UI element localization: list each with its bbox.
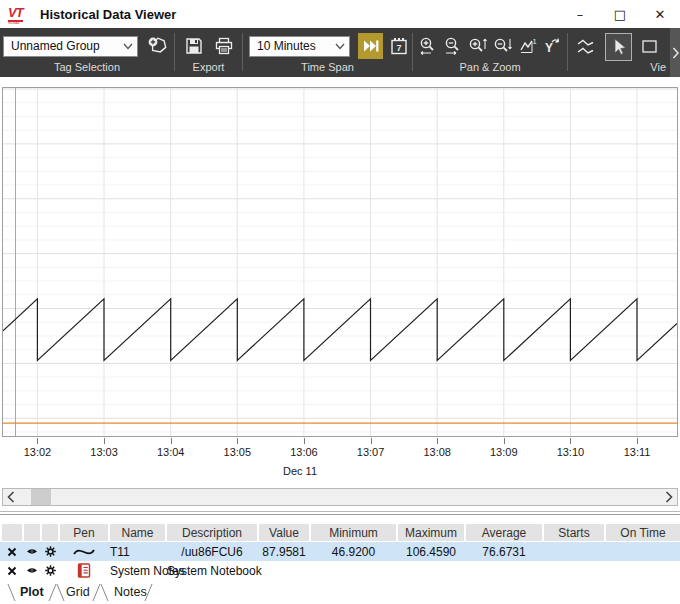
header-maximum: Maximum bbox=[398, 524, 464, 541]
pen-on-time bbox=[606, 542, 680, 561]
scrollbar-track[interactable] bbox=[19, 489, 661, 505]
window-title: Historical Data Viewer bbox=[40, 7, 176, 22]
tag-group-value: Unnamed Group bbox=[11, 39, 123, 53]
scroll-left-button[interactable] bbox=[3, 489, 19, 505]
chevron-down-icon bbox=[123, 43, 133, 50]
tab-separators bbox=[0, 582, 680, 604]
trend-chart bbox=[3, 88, 677, 436]
tab-grid[interactable]: Grid bbox=[66, 585, 90, 599]
pen-settings-button[interactable] bbox=[42, 542, 58, 561]
notebook-icon bbox=[77, 563, 91, 578]
toolbar-overflow-button[interactable] bbox=[670, 28, 680, 77]
visibility-eye-icon bbox=[26, 566, 38, 575]
pen-row-system-notes[interactable]: System Notes System Notebook bbox=[0, 561, 680, 580]
chevron-down-icon bbox=[335, 43, 345, 50]
tab-plot[interactable]: Plot bbox=[20, 585, 44, 599]
visibility-toggle-button[interactable] bbox=[24, 561, 40, 580]
remove-pen-button[interactable] bbox=[2, 561, 22, 580]
minimize-button[interactable]: – bbox=[560, 0, 600, 28]
header-remove-col bbox=[2, 524, 22, 541]
x-tick bbox=[304, 438, 305, 444]
export-group-label: Export bbox=[175, 61, 242, 73]
clipped-view-icon bbox=[641, 38, 659, 56]
calendar-icon: 7 bbox=[389, 36, 409, 56]
trend-mode-button[interactable] bbox=[574, 34, 600, 60]
x-tick bbox=[37, 438, 38, 444]
view-group: Vie bbox=[568, 28, 670, 77]
x-tick-label: 13:11 bbox=[624, 446, 651, 458]
export-group: Export bbox=[175, 28, 242, 77]
x-tick-label: 13:06 bbox=[290, 446, 318, 458]
close-button[interactable]: ✕ bbox=[640, 0, 680, 28]
pen-sample bbox=[60, 561, 108, 580]
plot-canvas[interactable] bbox=[2, 87, 678, 437]
pen-maximum: 106.4590 bbox=[398, 542, 464, 561]
save-icon bbox=[184, 36, 204, 56]
x-tick bbox=[570, 438, 571, 444]
time-span-group-label: Time Span bbox=[243, 61, 412, 73]
settings-gear-icon bbox=[44, 545, 57, 558]
maximize-icon: □ bbox=[614, 7, 626, 22]
export-save-button[interactable] bbox=[181, 33, 207, 59]
x-tick bbox=[237, 438, 238, 444]
remove-pen-button[interactable] bbox=[2, 542, 22, 561]
header-starts: Starts bbox=[544, 524, 604, 541]
x-axis: Dec 11 13:0213:0313:0413:0513:0613:0713:… bbox=[0, 437, 680, 483]
pen-sample bbox=[60, 542, 108, 561]
zoom-out-x-icon bbox=[443, 36, 463, 56]
zoom-out-y-button[interactable] bbox=[491, 33, 515, 59]
sine-wave-pen-icon bbox=[72, 546, 96, 558]
chevron-left-icon bbox=[7, 491, 15, 503]
header-average: Average bbox=[466, 524, 542, 541]
pen-row-t11[interactable]: T11 /uu86FCU6 87.9581 46.9200 106.4590 7… bbox=[0, 542, 680, 561]
x-tick bbox=[637, 438, 638, 444]
zoom-in-y-icon bbox=[468, 36, 488, 56]
x-tick-label: 13:10 bbox=[557, 446, 585, 458]
tag-group-select[interactable]: Unnamed Group bbox=[3, 36, 138, 57]
header-name: Name bbox=[110, 524, 165, 541]
zoom-in-x-button[interactable] bbox=[416, 33, 440, 59]
reset-zoom-button[interactable]: 1 bbox=[516, 33, 540, 59]
trend-mode-icon bbox=[576, 37, 598, 57]
add-tag-button[interactable] bbox=[144, 33, 170, 59]
select-date-button[interactable]: 7 bbox=[386, 33, 412, 59]
scrollbar-thumb[interactable] bbox=[31, 489, 51, 505]
tag-selection-group-label: Tag Selection bbox=[0, 61, 174, 73]
pan-zoom-group-label: Pan & Zoom bbox=[413, 61, 567, 73]
chevron-right-icon bbox=[665, 491, 673, 503]
jump-to-latest-button[interactable] bbox=[358, 33, 384, 59]
remove-icon bbox=[7, 566, 17, 576]
x-tick-label: 13:07 bbox=[357, 446, 385, 458]
x-tick bbox=[171, 438, 172, 444]
time-span-group: 10 Minutes 7 Time Span bbox=[243, 28, 412, 77]
zoom-in-y-button[interactable] bbox=[466, 33, 490, 59]
time-span-select[interactable]: 10 Minutes bbox=[249, 36, 350, 57]
reset-zoom-icon: 1 bbox=[518, 36, 538, 56]
add-tag-icon bbox=[146, 35, 168, 57]
pan-zoom-group: 1 Y Pan & Zoom bbox=[413, 28, 567, 77]
header-value: Value bbox=[259, 524, 309, 541]
zoom-out-y-icon bbox=[493, 36, 513, 56]
settings-gear-icon bbox=[44, 564, 57, 577]
svg-text:Y: Y bbox=[544, 41, 552, 55]
tag-selection-group: Unnamed Group Tag Selection bbox=[0, 28, 174, 77]
splitter-line bbox=[0, 511, 680, 512]
visibility-eye-icon bbox=[26, 547, 38, 556]
zoom-out-x-button[interactable] bbox=[441, 33, 465, 59]
x-tick bbox=[104, 438, 105, 444]
x-tick bbox=[504, 438, 505, 444]
pen-settings-button[interactable] bbox=[42, 561, 58, 580]
scroll-right-button[interactable] bbox=[661, 489, 677, 505]
visibility-toggle-button[interactable] bbox=[24, 542, 40, 561]
maximize-button[interactable]: □ bbox=[600, 0, 640, 28]
pen-value: 87.9581 bbox=[259, 542, 309, 561]
plot-area: Dec 11 13:0213:0313:0413:0513:0613:0713:… bbox=[0, 77, 680, 512]
x-tick-label: 13:02 bbox=[24, 446, 52, 458]
reset-y-axis-button[interactable]: Y bbox=[541, 33, 565, 59]
tab-notes[interactable]: Notes bbox=[114, 585, 147, 599]
pointer-mode-button[interactable] bbox=[605, 33, 632, 61]
remove-icon bbox=[7, 547, 17, 557]
print-button[interactable] bbox=[211, 33, 237, 59]
horizontal-scrollbar[interactable] bbox=[2, 488, 678, 506]
clipped-view-button[interactable] bbox=[637, 34, 663, 60]
